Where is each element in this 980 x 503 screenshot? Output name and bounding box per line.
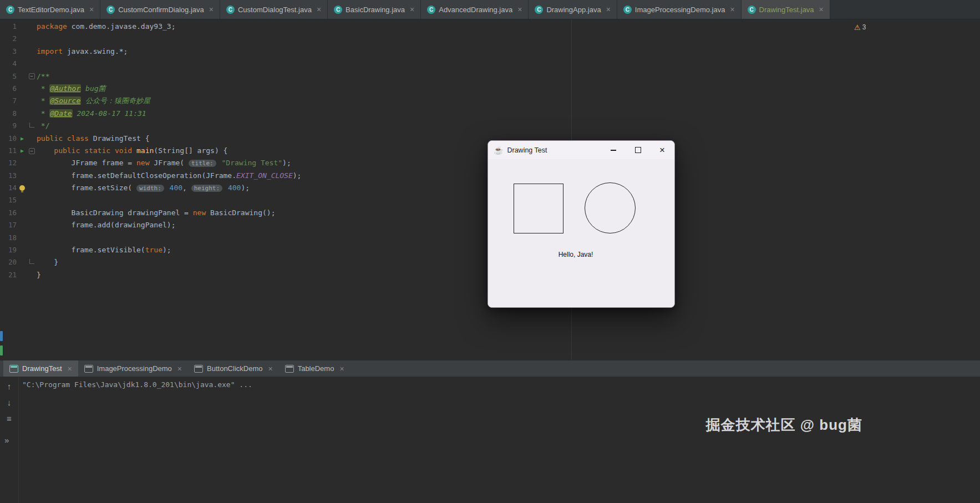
close-icon[interactable]: × <box>606 5 611 14</box>
code-text: * @Author bug菌 <box>35 83 106 95</box>
scroll-up-icon[interactable]: ↑ <box>7 382 12 390</box>
editor-tab[interactable]: CAdvancedDrawing.java× <box>421 0 529 19</box>
swing-window[interactable]: ☕ Drawing Test × Hello, Java! <box>488 140 675 308</box>
console-output[interactable]: "C:\Program Files\Java\jdk1.8.0_201\bin\… <box>22 380 252 389</box>
drawn-rectangle <box>514 184 563 233</box>
close-icon[interactable]: × <box>730 5 734 14</box>
minimize-button[interactable] <box>601 141 626 159</box>
line-number: 9 <box>0 120 17 132</box>
swing-titlebar[interactable]: ☕ Drawing Test × <box>488 141 674 159</box>
fold-marker[interactable] <box>28 256 35 268</box>
close-icon[interactable]: × <box>268 364 272 373</box>
editor-tab[interactable]: CCustomConfirmDialog.java× <box>100 0 220 19</box>
code-token: BasicDrawing(); <box>210 209 275 217</box>
java-class-icon: C <box>106 6 115 14</box>
run-tool-window-header: DrawingTest×ImageProcessingDemo×ButtonCl… <box>0 360 980 377</box>
code-token: JFrame frame = <box>37 159 136 167</box>
soft-wrap-icon[interactable]: ≡ <box>7 414 12 423</box>
close-icon[interactable]: × <box>209 5 214 14</box>
java-class-icon: C <box>226 6 235 14</box>
run-tab[interactable]: DrawingTest× <box>3 360 78 377</box>
chevron-expand-icon[interactable]: » <box>4 435 9 445</box>
fold-spacer <box>28 58 35 70</box>
code-token: 400 <box>165 184 182 192</box>
fold-spacer <box>28 269 35 281</box>
code-token: frame.setSize( <box>37 184 136 192</box>
console-icon <box>285 365 294 373</box>
code-line: 13 frame.setDefaultCloseOperation(JFrame… <box>0 170 301 182</box>
code-token: new <box>193 209 210 217</box>
gutter-spacer <box>17 120 28 132</box>
code-line: 6 * @Author bug菌 <box>0 83 301 95</box>
line-number: 8 <box>0 108 17 120</box>
close-icon[interactable]: × <box>339 364 344 373</box>
code-text: frame.setVisible(true); <box>35 244 171 256</box>
console-icon <box>9 365 18 373</box>
close-button[interactable]: × <box>650 141 674 159</box>
gutter-spacer <box>17 157 28 169</box>
gutter-spacer <box>17 170 28 182</box>
fold-marker[interactable]: − <box>28 70 35 83</box>
bulb-gutter-slot[interactable] <box>17 182 28 194</box>
close-icon[interactable]: × <box>177 364 182 373</box>
inspections-widget[interactable]: ⚠ 3 <box>854 23 866 31</box>
run-icon: ▶ <box>21 133 24 145</box>
code-token: @Source <box>49 96 81 105</box>
java-class-icon: C <box>748 6 756 14</box>
gutter-spacer <box>17 70 28 83</box>
close-icon[interactable]: × <box>89 5 94 14</box>
run-gutter-slot[interactable]: ▶ <box>17 133 28 145</box>
tool-stripe-mark-green[interactable] <box>0 346 3 355</box>
code-line: 17 frame.add(drawingPanel); <box>0 219 301 231</box>
close-icon[interactable]: × <box>517 5 522 14</box>
console-toolbar: ↑↓≡ <box>0 377 19 503</box>
maximize-button[interactable] <box>626 141 650 159</box>
code-token: JFrame( <box>154 159 189 167</box>
editor-tab[interactable]: CImageProcessingDemo.java× <box>617 0 742 19</box>
warning-icon: ⚠ <box>854 24 861 31</box>
scroll-down-icon[interactable]: ↓ <box>7 398 12 407</box>
code-token: } <box>37 271 41 279</box>
line-number: 4 <box>0 58 17 70</box>
editor-tab[interactable]: CDrawingTest.java× <box>742 0 830 19</box>
code-line: 5−/** <box>0 70 301 83</box>
run-tab[interactable]: TableDemo× <box>279 360 351 377</box>
close-icon[interactable]: × <box>317 5 321 14</box>
code-text <box>35 33 37 45</box>
code-text: } <box>35 256 58 268</box>
code-line: 20 } <box>0 256 301 268</box>
editor-tab[interactable]: CBasicDrawing.java× <box>328 0 421 19</box>
run-gutter-slot[interactable]: ▶ <box>17 145 28 157</box>
editor-tab-label: DrawingApp.java <box>546 6 601 14</box>
close-icon[interactable]: × <box>819 5 824 14</box>
run-tab-label: ButtonClickDemo <box>207 364 262 373</box>
code-area[interactable]: 1package com.demo.javase.day93_3;23impor… <box>0 21 301 281</box>
line-number: 20 <box>0 256 17 268</box>
code-text: } <box>35 269 41 281</box>
fold-marker[interactable]: − <box>28 145 35 157</box>
editor-tab[interactable]: CDrawingApp.java× <box>529 0 617 19</box>
code-line: 18 <box>0 232 301 244</box>
code-text: */ <box>35 120 49 132</box>
editor-tab[interactable]: CTextEditorDemo.java× <box>0 0 100 19</box>
java-class-icon: C <box>6 6 14 14</box>
java-class-icon: C <box>623 6 632 14</box>
run-tab[interactable]: ImageProcessingDemo× <box>78 360 188 377</box>
fold-open-icon: − <box>29 73 35 79</box>
line-number: 2 <box>0 33 17 45</box>
java-class-icon: C <box>427 6 435 14</box>
fold-end-icon <box>29 123 34 128</box>
run-tab[interactable]: ButtonClickDemo× <box>188 360 279 377</box>
editor-tab[interactable]: CCustomDialogTest.java× <box>220 0 328 19</box>
close-icon[interactable]: × <box>68 364 72 373</box>
code-line: 15 <box>0 194 301 206</box>
tool-stripe-mark-blue[interactable] <box>0 331 3 341</box>
code-text <box>35 232 37 244</box>
code-text: JFrame frame = new JFrame( title: "Drawi… <box>35 157 291 169</box>
code-token: EXIT_ON_CLOSE <box>236 171 293 180</box>
gutter-spacer <box>17 33 28 45</box>
close-icon[interactable]: × <box>410 5 414 14</box>
fold-marker[interactable] <box>28 120 35 132</box>
code-line: 3import javax.swing.*; <box>0 45 301 58</box>
console-icon <box>194 365 203 373</box>
